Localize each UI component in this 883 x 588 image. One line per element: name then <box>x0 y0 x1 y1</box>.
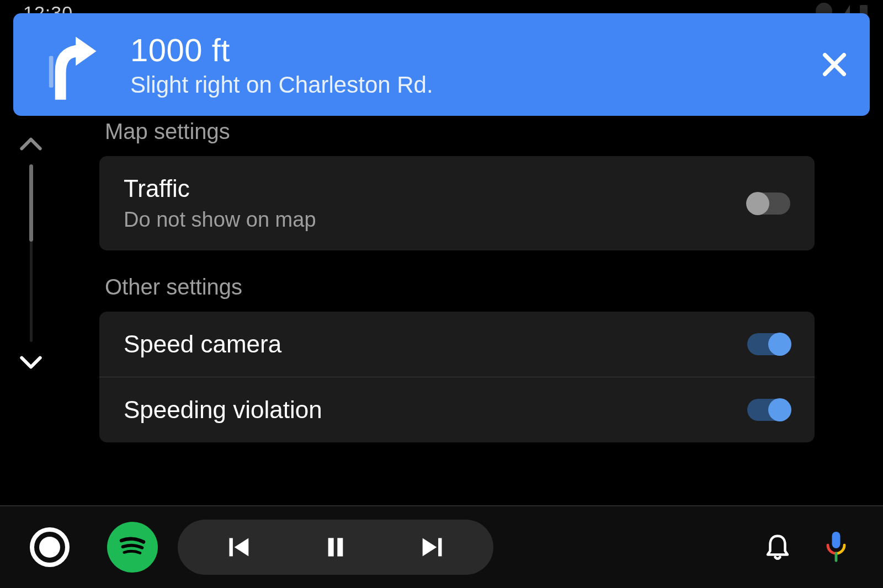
svg-rect-5 <box>832 532 841 548</box>
row-speed-camera[interactable]: Speed camera <box>99 312 815 377</box>
home-button[interactable] <box>30 527 70 567</box>
bottom-bar <box>0 505 883 588</box>
card-other-settings: Speed camera Speeding violation <box>99 312 815 442</box>
next-track-button[interactable] <box>418 533 447 562</box>
row-traffic[interactable]: Traffic Do not show on map <box>99 156 815 250</box>
row-title: Speeding violation <box>124 396 322 424</box>
toggle-traffic[interactable] <box>747 193 790 215</box>
card-map-settings: Traffic Do not show on map <box>99 156 815 250</box>
svg-rect-2 <box>328 538 334 556</box>
nav-instruction: Slight right on Charleston Rd. <box>130 72 815 98</box>
scroll-down-button[interactable] <box>19 354 43 371</box>
scroll-rail <box>13 128 49 393</box>
row-subtitle: Do not show on map <box>124 208 316 232</box>
svg-rect-3 <box>337 538 343 556</box>
toggle-knob <box>768 333 791 356</box>
toggle-speed-camera[interactable] <box>747 333 790 355</box>
turn-right-icon <box>29 23 108 106</box>
svg-rect-0 <box>49 56 54 88</box>
scrollbar-thumb[interactable] <box>29 164 33 242</box>
toggle-knob <box>768 398 791 421</box>
notifications-button[interactable] <box>760 530 795 564</box>
toggle-speeding-violation[interactable] <box>747 399 790 421</box>
row-title: Traffic <box>124 175 316 202</box>
section-header-map: Map settings <box>99 115 815 156</box>
scroll-up-button[interactable] <box>19 136 43 152</box>
toggle-knob <box>746 192 769 215</box>
previous-track-button[interactable] <box>224 533 253 562</box>
close-button[interactable] <box>815 45 854 84</box>
row-speeding-violation[interactable]: Speeding violation <box>99 377 815 442</box>
section-header-other: Other settings <box>99 270 815 312</box>
home-dot-icon <box>39 537 60 558</box>
settings-list: Map settings Traffic Do not show on map … <box>99 115 815 485</box>
svg-rect-4 <box>438 538 442 557</box>
nav-banner[interactable]: 1000 ft Slight right on Charleston Rd. <box>13 13 870 116</box>
row-title: Speed camera <box>124 330 281 358</box>
spotify-button[interactable] <box>107 522 158 573</box>
svg-rect-1 <box>230 538 233 557</box>
mic-button[interactable] <box>819 530 853 564</box>
nav-distance: 1000 ft <box>130 31 815 68</box>
media-controls <box>178 520 493 575</box>
spotify-icon <box>116 530 149 565</box>
pause-button[interactable] <box>321 533 350 562</box>
scrollbar-track[interactable] <box>30 164 33 342</box>
